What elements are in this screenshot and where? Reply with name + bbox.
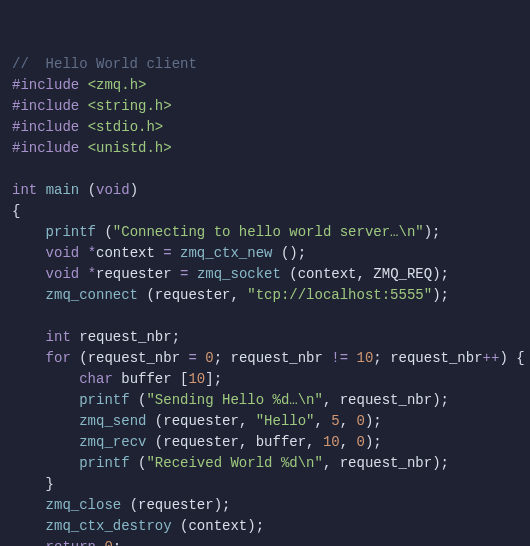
kw-char: char [79, 371, 113, 387]
line-comment: // Hello World client [12, 56, 197, 72]
kw-void: void [46, 245, 80, 261]
fn-printf: printf [46, 224, 96, 240]
brace-close: } [46, 476, 54, 492]
fn-zmq-close: zmq_close [46, 497, 122, 513]
str-connecting: "Connecting to hello world server…\n" [113, 224, 424, 240]
kw-int: int [46, 329, 71, 345]
str-tcp: "tcp://localhost:5555" [247, 287, 432, 303]
include-directive: #include [12, 119, 79, 135]
kw-return: return [46, 539, 96, 546]
fn-zmq-send: zmq_send [79, 413, 146, 429]
kw-void: void [96, 182, 130, 198]
kw-int: int [12, 182, 37, 198]
fn-zmq-ctx-new: zmq_ctx_new [180, 245, 272, 261]
var-requester: requester [96, 266, 172, 282]
fn-printf: printf [79, 455, 129, 471]
header-zmq: <zmq.h> [88, 77, 147, 93]
kw-for: for [46, 350, 71, 366]
include-directive: #include [12, 77, 79, 93]
fn-main: main [46, 182, 80, 198]
header-stdio: <stdio.h> [88, 119, 164, 135]
paren-open: ( [88, 182, 96, 198]
fn-zmq-recv: zmq_recv [79, 434, 146, 450]
fn-zmq-connect: zmq_connect [46, 287, 138, 303]
const-zmq-req: ZMQ_REQ [373, 266, 432, 282]
include-directive: #include [12, 140, 79, 156]
code-block: // Hello World client #include <zmq.h> #… [12, 54, 518, 546]
fn-zmq-socket: zmq_socket [197, 266, 281, 282]
var-buffer: buffer [121, 371, 171, 387]
fn-printf: printf [79, 392, 129, 408]
fn-zmq-ctx-destroy: zmq_ctx_destroy [46, 518, 172, 534]
paren-close: ) [130, 182, 138, 198]
header-string: <string.h> [88, 98, 172, 114]
str-sending: "Sending Hello %d…\n" [146, 392, 322, 408]
kw-void: void [46, 266, 80, 282]
var-request-nbr: request_nbr [79, 329, 171, 345]
str-received: "Received World %d\n" [146, 455, 322, 471]
brace-open: { [12, 203, 20, 219]
str-hello: "Hello" [256, 413, 315, 429]
var-context: context [96, 245, 155, 261]
header-unistd: <unistd.h> [88, 140, 172, 156]
include-directive: #include [12, 98, 79, 114]
